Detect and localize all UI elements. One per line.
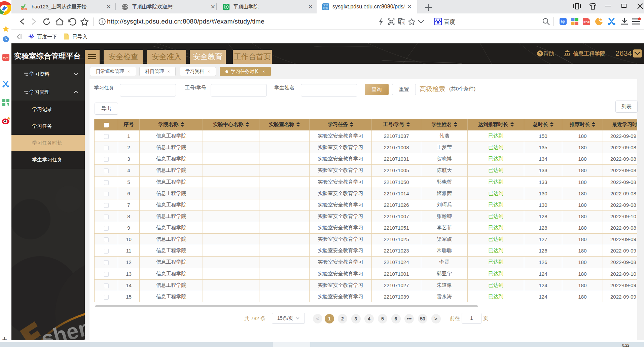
svg-text:校园: 校园	[323, 7, 328, 10]
svg-text:文: 文	[402, 21, 405, 25]
svg-text:PDF: PDF	[583, 21, 590, 24]
svg-text:hao: hao	[21, 7, 27, 11]
svg-text:PDF: PDF	[3, 56, 8, 59]
svg-text:译: 译	[561, 19, 565, 24]
svg-text:东盛: 东盛	[323, 4, 328, 7]
svg-text:du: du	[30, 37, 32, 39]
